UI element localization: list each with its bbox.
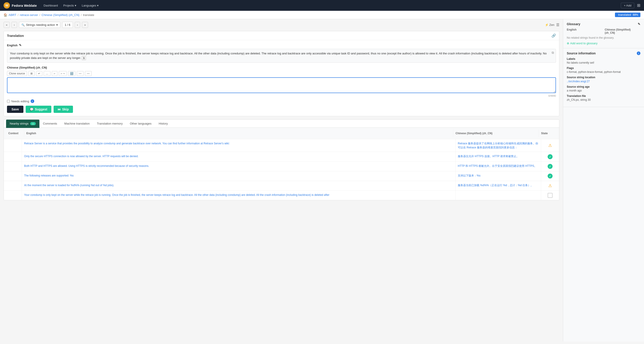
translation-input[interactable]: [7, 77, 556, 93]
source-text: Your coredump is only kept on the server…: [10, 52, 547, 60]
cell-state: ✓: [541, 171, 559, 181]
flags-row: Flags c-format, python-brace-format, pyt…: [567, 67, 640, 74]
glossary-section: Glossary ✎ English Chinese (Simplified) …: [563, 19, 644, 48]
table-row[interactable]: At the moment the server is loaded for %…: [4, 181, 559, 191]
cell-english[interactable]: Your coredump is only kept on the server…: [22, 191, 456, 200]
table-row[interactable]: Retrace Server is a service that provide…: [4, 139, 559, 152]
tab-other[interactable]: Other languages: [126, 120, 155, 128]
table-row[interactable]: Both HTTP and HTTPS are allowed. Using H…: [4, 162, 559, 171]
brand-logo: W: [4, 2, 10, 8]
cell-context: [4, 171, 22, 181]
tabs-bar: Nearby strings 11 Comments Machine trans…: [4, 120, 559, 128]
add-button[interactable]: + Add: [621, 3, 634, 8]
tab-machine[interactable]: Machine translation: [61, 120, 94, 128]
cell-context: [4, 162, 22, 171]
plural-marker: 1: [82, 56, 86, 60]
zen-button[interactable]: ⚡ Zen: [545, 23, 554, 26]
tab-nearby[interactable]: Nearby strings 11: [6, 120, 40, 128]
table-row[interactable]: The following releases are supported: %s…: [4, 171, 559, 181]
clone-source-button[interactable]: Clone source: [7, 71, 27, 76]
edit-icon[interactable]: ✎: [19, 43, 22, 47]
table-row[interactable]: Your coredump is only kept on the server…: [4, 191, 559, 200]
cell-english[interactable]: At the moment the server is loaded for %…: [22, 181, 456, 190]
next-string-button[interactable]: ›: [75, 22, 80, 28]
strings-filter-button[interactable]: 🔍 Strings needing action ▾: [19, 22, 60, 28]
format-btn-8[interactable]: —: [85, 71, 92, 76]
state-ok-icon: ✓: [548, 173, 552, 178]
brand-name: Fedora Weblate: [12, 3, 37, 7]
breadcrumb: 🏠 ABRT / retrace-server / Chinese (Simpl…: [4, 13, 94, 17]
link-icon[interactable]: 🔗: [552, 33, 556, 38]
cell-state: ✓: [541, 152, 559, 162]
header-chinese: Chinese (Simplified) (zh_CN): [453, 130, 539, 137]
cell-context: [4, 191, 22, 200]
glossary-edit-icon[interactable]: ✎: [638, 22, 640, 26]
source-info-icon[interactable]: i: [637, 51, 640, 55]
tab-memory[interactable]: Translation memory: [93, 120, 126, 128]
translate-toolbar: Clone source ⊞ ↵ … ⌐ ⌐ ¬ 🔡 — —: [7, 71, 556, 76]
format-btn-4[interactable]: ⌐: [52, 71, 58, 76]
nav-projects[interactable]: Projects ▾: [61, 3, 78, 8]
last-string-button[interactable]: »: [82, 22, 88, 28]
suggest-button[interactable]: 💬 Suggest: [26, 106, 51, 113]
cell-english[interactable]: Retrace Server is a service that provide…: [22, 139, 456, 152]
labels-value: No labels currently set!: [567, 61, 640, 64]
cell-chinese[interactable]: Retrace 服务器提供了在网络上分析核心转储和生成回溯的服务。你可以在 Re…: [456, 139, 541, 152]
format-btn-5[interactable]: ⌐ ¬: [59, 71, 67, 76]
nearby-badge: 11: [30, 122, 36, 125]
chinese-label: Chinese (Simplified) (zh_CN): [7, 66, 556, 69]
cell-english[interactable]: Both HTTP and HTTPS are allowed. Using H…: [22, 162, 456, 171]
save-button[interactable]: Save: [7, 106, 24, 113]
location-label: Source string location: [567, 76, 640, 79]
prev-string-button[interactable]: ‹: [12, 22, 17, 28]
skip-button[interactable]: ⏭ Skip: [54, 106, 73, 113]
breadcrumb-abrt[interactable]: ABRT: [8, 13, 16, 17]
layout-button[interactable]: ☰: [556, 23, 559, 27]
location-value[interactable]: ../src/index.wsgi:27: [567, 80, 590, 83]
sidebar: Glossary ✎ English Chinese (Simplified) …: [563, 19, 644, 342]
translation-toolbar: « ‹ 🔍 Strings needing action ▾ 1 / 6 › »…: [4, 22, 559, 28]
translation-panel: Translation 🔗 English ✎ Your coredump is…: [4, 31, 559, 116]
cell-context: [4, 181, 22, 190]
info-icon[interactable]: i: [30, 99, 34, 103]
tab-comments[interactable]: Comments: [40, 120, 61, 128]
add-glossary-button[interactable]: ⊕ Add word to glossary: [567, 42, 598, 45]
zen-icon: ⚡: [545, 23, 548, 26]
copy-source-button[interactable]: ⧉: [552, 51, 554, 55]
format-btn-3[interactable]: …: [44, 71, 50, 76]
format-btn-2[interactable]: ↵: [36, 71, 42, 76]
format-btn-7[interactable]: —: [77, 71, 84, 76]
nearby-rows: Retrace Server is a service that provide…: [4, 139, 559, 200]
cell-chinese[interactable]: 服务器仅允许 HTTPS 连接。HTTP 请求将被禁止。: [456, 152, 541, 162]
flags-value: c-format, python-brace-format, python-fo…: [567, 70, 640, 74]
translation-panel-header: Translation 🔗: [4, 31, 559, 40]
breadcrumb-retrace[interactable]: retrace-server: [20, 13, 38, 17]
table-row[interactable]: Only the secure HTTPS connection is now …: [4, 152, 559, 162]
nav-languages[interactable]: Languages ▾: [80, 3, 101, 8]
cell-chinese[interactable]: 服务器当前已加载 %d%%（正在运行 %d，总计：%d 任务）。: [456, 181, 541, 190]
cell-context: [4, 139, 22, 152]
glossary-columns: English Chinese (Simplified) (zh_CN): [567, 28, 640, 34]
char-count: 0/4840: [7, 94, 556, 97]
nav-dashboard[interactable]: Dashboard: [41, 3, 60, 8]
cell-context: [4, 152, 22, 162]
cell-chinese[interactable]: [456, 191, 541, 200]
grid-icon[interactable]: ⊞: [637, 3, 640, 8]
file-label: Translation file: [567, 94, 640, 98]
cell-english[interactable]: The following releases are supported: %s: [22, 171, 456, 181]
needs-editing-checkbox[interactable]: [7, 100, 10, 103]
translation-panel-title: Translation: [7, 34, 24, 37]
cell-chinese[interactable]: HTTP 和 HTTPS 都被允许。出于安全原因强烈建议使用 HTTPS。: [456, 162, 541, 171]
breadcrumb-lang[interactable]: Chinese (Simplified) (zh_CN): [42, 13, 80, 17]
content-area: « ‹ 🔍 Strings needing action ▾ 1 / 6 › »…: [0, 19, 563, 342]
first-string-button[interactable]: «: [4, 22, 10, 28]
tab-history[interactable]: History: [155, 120, 171, 128]
format-btn-6[interactable]: 🔡: [68, 71, 76, 76]
cell-english[interactable]: Only the secure HTTPS connection is now …: [22, 152, 456, 162]
cell-chinese[interactable]: 支持以下版本：%s: [456, 171, 541, 181]
labels-row: Labels No labels currently set!: [567, 57, 640, 64]
format-btn-1[interactable]: ⊞: [28, 71, 35, 76]
cell-state: ⚠: [541, 139, 559, 152]
no-related-text: No related strings found in the glossary…: [567, 36, 640, 39]
age-row: Source string age a month ago: [567, 85, 640, 92]
